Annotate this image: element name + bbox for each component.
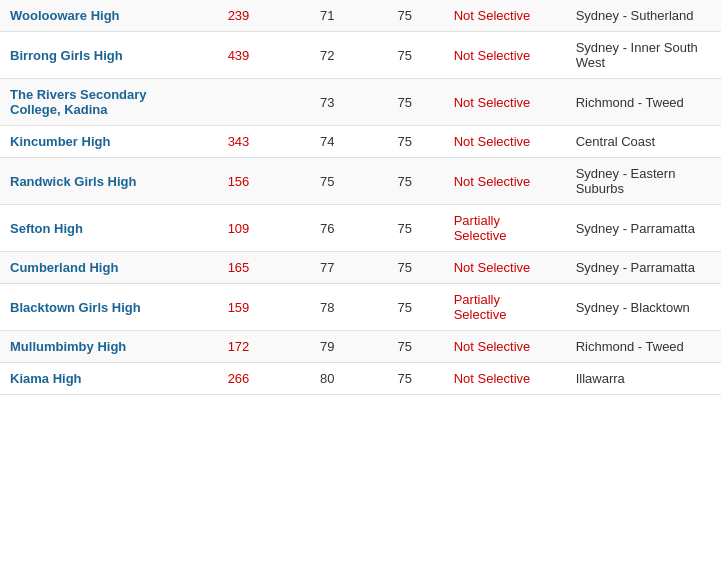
- region-cell: Sydney - Blacktown: [566, 284, 721, 331]
- score-cell: 75: [366, 284, 444, 331]
- school-name-cell: Kiama High: [0, 363, 189, 395]
- enrolments-cell: 156: [189, 158, 289, 205]
- school-name-cell: Randwick Girls High: [0, 158, 189, 205]
- selectivity-cell: Not Selective: [444, 252, 566, 284]
- score-cell: 75: [366, 0, 444, 32]
- selectivity-cell: Not Selective: [444, 32, 566, 79]
- selectivity-cell: Not Selective: [444, 158, 566, 205]
- rank-cell: 74: [288, 126, 366, 158]
- rank-cell: 72: [288, 32, 366, 79]
- school-name-cell: Mullumbimby High: [0, 331, 189, 363]
- rank-cell: 78: [288, 284, 366, 331]
- table-row: Blacktown Girls High 159 78 75 Partially…: [0, 284, 721, 331]
- table-row: Kiama High 266 80 75 Not Selective Illaw…: [0, 363, 721, 395]
- school-link[interactable]: Randwick Girls High: [10, 174, 179, 189]
- school-name-cell: Blacktown Girls High: [0, 284, 189, 331]
- enrolments-cell: [189, 79, 289, 126]
- school-link[interactable]: Cumberland High: [10, 260, 179, 275]
- enrolments-cell: 159: [189, 284, 289, 331]
- table-row: Sefton High 109 76 75 Partially Selectiv…: [0, 205, 721, 252]
- score-cell: 75: [366, 158, 444, 205]
- school-link[interactable]: Kiama High: [10, 371, 179, 386]
- region-cell: Central Coast: [566, 126, 721, 158]
- region-cell: Richmond - Tweed: [566, 79, 721, 126]
- school-link[interactable]: Birrong Girls High: [10, 48, 179, 63]
- table-row: Mullumbimby High 172 79 75 Not Selective…: [0, 331, 721, 363]
- selectivity-cell: Not Selective: [444, 331, 566, 363]
- table-row: Randwick Girls High 156 75 75 Not Select…: [0, 158, 721, 205]
- rank-cell: 77: [288, 252, 366, 284]
- selectivity-cell: Partially Selective: [444, 205, 566, 252]
- school-link[interactable]: Woolooware High: [10, 8, 179, 23]
- score-cell: 75: [366, 205, 444, 252]
- school-link[interactable]: Kincumber High: [10, 134, 179, 149]
- school-link[interactable]: Sefton High: [10, 221, 179, 236]
- score-cell: 75: [366, 252, 444, 284]
- rank-cell: 75: [288, 158, 366, 205]
- school-name-cell: Woolooware High: [0, 0, 189, 32]
- table-row: Birrong Girls High 439 72 75 Not Selecti…: [0, 32, 721, 79]
- selectivity-cell: Not Selective: [444, 126, 566, 158]
- selectivity-cell: Partially Selective: [444, 284, 566, 331]
- score-cell: 75: [366, 363, 444, 395]
- score-cell: 75: [366, 79, 444, 126]
- enrolments-cell: 343: [189, 126, 289, 158]
- region-cell: Richmond - Tweed: [566, 331, 721, 363]
- school-name-cell: Birrong Girls High: [0, 32, 189, 79]
- enrolments-cell: 239: [189, 0, 289, 32]
- enrolments-cell: 109: [189, 205, 289, 252]
- rank-cell: 71: [288, 0, 366, 32]
- enrolments-cell: 439: [189, 32, 289, 79]
- school-link[interactable]: Mullumbimby High: [10, 339, 179, 354]
- selectivity-cell: Not Selective: [444, 79, 566, 126]
- region-cell: Sydney - Inner South West: [566, 32, 721, 79]
- region-cell: Sydney - Eastern Suburbs: [566, 158, 721, 205]
- enrolments-cell: 165: [189, 252, 289, 284]
- selectivity-cell: Not Selective: [444, 363, 566, 395]
- rank-cell: 76: [288, 205, 366, 252]
- schools-table: Woolooware High 239 71 75 Not Selective …: [0, 0, 721, 395]
- school-name-cell: The Rivers Secondary College, Kadina: [0, 79, 189, 126]
- school-link[interactable]: The Rivers Secondary College, Kadina: [10, 87, 179, 117]
- rank-cell: 79: [288, 331, 366, 363]
- school-name-cell: Sefton High: [0, 205, 189, 252]
- region-cell: Sydney - Parramatta: [566, 205, 721, 252]
- region-cell: Illawarra: [566, 363, 721, 395]
- region-cell: Sydney - Parramatta: [566, 252, 721, 284]
- selectivity-cell: Not Selective: [444, 0, 566, 32]
- school-link[interactable]: Blacktown Girls High: [10, 300, 179, 315]
- table-row: Kincumber High 343 74 75 Not Selective C…: [0, 126, 721, 158]
- score-cell: 75: [366, 331, 444, 363]
- table-row: Cumberland High 165 77 75 Not Selective …: [0, 252, 721, 284]
- score-cell: 75: [366, 126, 444, 158]
- score-cell: 75: [366, 32, 444, 79]
- rank-cell: 80: [288, 363, 366, 395]
- region-cell: Sydney - Sutherland: [566, 0, 721, 32]
- table-row: Woolooware High 239 71 75 Not Selective …: [0, 0, 721, 32]
- school-name-cell: Kincumber High: [0, 126, 189, 158]
- school-name-cell: Cumberland High: [0, 252, 189, 284]
- table-row: The Rivers Secondary College, Kadina 73 …: [0, 79, 721, 126]
- enrolments-cell: 172: [189, 331, 289, 363]
- enrolments-cell: 266: [189, 363, 289, 395]
- rank-cell: 73: [288, 79, 366, 126]
